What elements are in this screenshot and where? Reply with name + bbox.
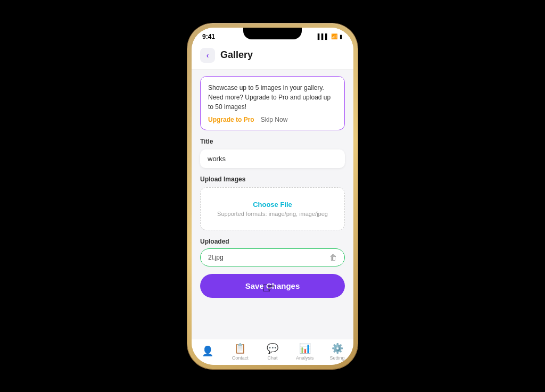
chat-nav-label: Chat (267, 355, 277, 361)
setting-icon: ⚙️ (332, 343, 343, 354)
page-title: Gallery (220, 49, 253, 61)
contact-icon: 📋 (234, 343, 246, 354)
setting-nav-label: Setting (330, 355, 345, 361)
title-label: Title (200, 138, 345, 145)
promo-actions: Upgrade to Pro Skip Now (208, 116, 337, 123)
page-header: ‹ Gallery (192, 43, 353, 70)
chat-icon: 💬 (267, 343, 278, 354)
promo-text: Showcase up to 5 images in your gallery.… (208, 83, 337, 112)
supported-formats-text: Supported formats: image/png, image/jpeg (208, 211, 337, 217)
uploaded-item: 2l.jpg 🗑 (200, 248, 345, 266)
status-bar: 9:41 ▌▌▌ 📶 ▮ (192, 28, 353, 43)
status-time: 9:41 (202, 33, 215, 40)
upload-section: Upload Images Choose File Supported form… (200, 176, 345, 230)
content-area: Showcase up to 5 images in your gallery.… (192, 70, 353, 310)
phone-screen: 9:41 ▌▌▌ 📶 ▮ ‹ Gallery Showcase up to 5 … (192, 28, 353, 365)
screen-content: Showcase up to 5 images in your gallery.… (192, 70, 353, 339)
nav-item-chat[interactable]: 💬 Chat (260, 343, 285, 361)
nav-item-contact[interactable]: 📋 Contact (227, 343, 253, 361)
promo-banner: Showcase up to 5 images in your gallery.… (200, 76, 345, 130)
save-changes-button[interactable]: Save Changes (200, 274, 345, 298)
contact-nav-label: Contact (232, 355, 249, 361)
title-input[interactable] (200, 149, 345, 168)
choose-file-button[interactable]: Choose File (208, 201, 337, 208)
back-button[interactable]: ‹ (200, 48, 215, 63)
analysis-icon: 📊 (299, 343, 311, 354)
profile-icon: 👤 (202, 345, 213, 357)
upgrade-link[interactable]: Upgrade to Pro (208, 116, 254, 123)
wifi-icon: 📶 (331, 34, 337, 39)
notch (243, 28, 302, 39)
title-section: Title (200, 138, 345, 168)
signal-icon: ▌▌▌ (318, 34, 329, 39)
upload-area[interactable]: Choose File Supported formats: image/png… (200, 187, 345, 230)
skip-link[interactable]: Skip Now (261, 116, 288, 123)
delete-icon[interactable]: 🗑 (329, 253, 337, 262)
nav-item-profile[interactable]: 👤 (195, 345, 220, 358)
status-icons: ▌▌▌ 📶 ▮ (318, 34, 343, 39)
nav-item-setting[interactable]: ⚙️ Setting (325, 343, 350, 361)
back-icon: ‹ (207, 51, 209, 60)
battery-icon: ▮ (340, 34, 343, 39)
uploaded-label: Uploaded (200, 238, 345, 245)
phone-frame: 9:41 ▌▌▌ 📶 ▮ ‹ Gallery Showcase up to 5 … (187, 23, 358, 369)
upload-label: Upload Images (200, 176, 345, 183)
uploaded-section: Uploaded 2l.jpg 🗑 (200, 238, 345, 266)
uploaded-filename: 2l.jpg (208, 254, 224, 261)
bottom-navigation: 👤 📋 Contact 💬 Chat 📊 Analysis ⚙️ Setting (192, 339, 353, 365)
analysis-nav-label: Analysis (296, 355, 314, 361)
nav-item-analysis[interactable]: 📊 Analysis (292, 343, 318, 361)
